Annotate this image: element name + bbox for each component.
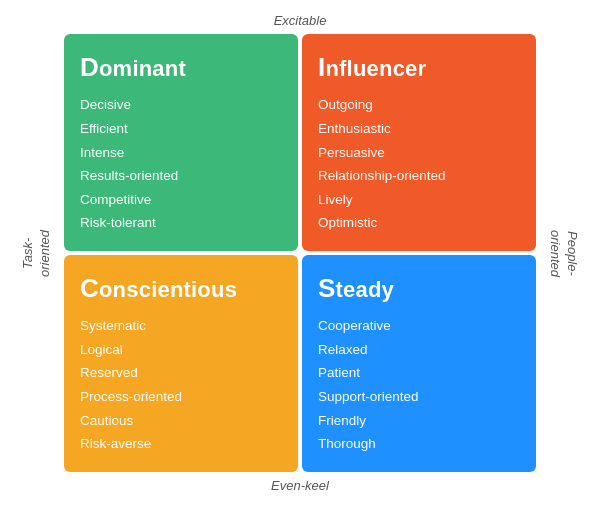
quadrant-steady: SteadyCooperativeRelaxedPatientSupport-o… <box>302 255 536 472</box>
trait-item: Persuasive <box>318 141 520 165</box>
trait-item: Optimistic <box>318 211 520 235</box>
trait-item: Relaxed <box>318 338 520 362</box>
trait-item: Cautious <box>80 409 282 433</box>
dominant-title: Dominant <box>80 52 282 83</box>
influencer-trait-list: OutgoingEnthusiasticPersuasiveRelationsh… <box>318 93 520 235</box>
trait-item: Patient <box>318 361 520 385</box>
trait-item: Enthusiastic <box>318 117 520 141</box>
trait-item: Relationship-oriented <box>318 164 520 188</box>
bottom-axis-label: Even-keel <box>271 478 329 493</box>
trait-item: Systematic <box>80 314 282 338</box>
quadrant-grid: DominantDecisiveEfficientIntenseResults-… <box>64 34 536 472</box>
trait-item: Risk-averse <box>80 432 282 456</box>
trait-item: Decisive <box>80 93 282 117</box>
trait-item: Results-oriented <box>80 164 282 188</box>
trait-item: Lively <box>318 188 520 212</box>
top-axis-label: Excitable <box>274 13 327 28</box>
influencer-title: Influencer <box>318 52 520 83</box>
right-axis-label: People-oriented <box>540 230 580 277</box>
trait-item: Outgoing <box>318 93 520 117</box>
quadrant-conscientious: ConscientiousSystematicLogicalReservedPr… <box>64 255 298 472</box>
trait-item: Intense <box>80 141 282 165</box>
trait-item: Support-oriented <box>318 385 520 409</box>
trait-item: Risk-tolerant <box>80 211 282 235</box>
trait-item: Efficient <box>80 117 282 141</box>
conscientious-first-letter: C <box>80 273 99 303</box>
dominant-first-letter: D <box>80 52 99 82</box>
trait-item: Cooperative <box>318 314 520 338</box>
disc-chart: Excitable Task-oriented DominantDecisive… <box>20 13 580 493</box>
steady-trait-list: CooperativeRelaxedPatientSupport-oriente… <box>318 314 520 456</box>
trait-item: Thorough <box>318 432 520 456</box>
steady-title: Steady <box>318 273 520 304</box>
left-axis-label: Task-oriented <box>20 230 60 277</box>
dominant-trait-list: DecisiveEfficientIntenseResults-oriented… <box>80 93 282 235</box>
trait-item: Process-oriented <box>80 385 282 409</box>
trait-item: Friendly <box>318 409 520 433</box>
steady-first-letter: S <box>318 273 336 303</box>
influencer-first-letter: I <box>318 52 325 82</box>
conscientious-title: Conscientious <box>80 273 282 304</box>
trait-item: Logical <box>80 338 282 362</box>
conscientious-trait-list: SystematicLogicalReservedProcess-oriente… <box>80 314 282 456</box>
trait-item: Reserved <box>80 361 282 385</box>
trait-item: Competitive <box>80 188 282 212</box>
quadrant-dominant: DominantDecisiveEfficientIntenseResults-… <box>64 34 298 251</box>
quadrant-influencer: InfluencerOutgoingEnthusiasticPersuasive… <box>302 34 536 251</box>
